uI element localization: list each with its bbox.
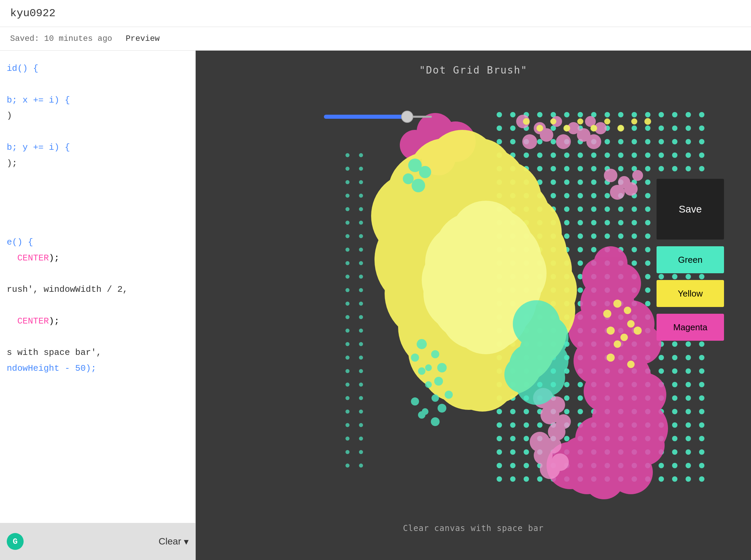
svg-point-85 <box>551 179 556 185</box>
svg-point-429 <box>658 463 664 468</box>
svg-point-1 <box>497 112 502 117</box>
svg-point-399 <box>686 436 691 441</box>
svg-point-448 <box>699 476 705 482</box>
svg-point-471 <box>345 450 350 454</box>
svg-point-612 <box>435 223 503 290</box>
svg-point-649 <box>631 118 637 124</box>
svg-point-430 <box>672 463 677 468</box>
svg-point-86 <box>564 179 570 185</box>
svg-point-461 <box>345 315 350 319</box>
svg-point-32 <box>699 125 705 131</box>
svg-point-7 <box>578 112 583 117</box>
svg-point-70 <box>564 166 570 172</box>
svg-point-59 <box>632 153 637 158</box>
svg-point-319 <box>686 368 691 374</box>
code-line: b; x += i) { <box>7 93 189 108</box>
svg-point-621 <box>528 359 565 396</box>
svg-point-72 <box>591 166 596 172</box>
svg-point-433 <box>497 476 502 482</box>
svg-point-643 <box>550 118 556 124</box>
svg-point-467 <box>345 396 350 400</box>
code-line <box>7 77 189 93</box>
svg-point-382 <box>672 422 677 428</box>
preview-tab[interactable]: Preview <box>125 34 160 43</box>
svg-point-370 <box>510 422 515 428</box>
svg-point-486 <box>359 328 363 333</box>
svg-point-401 <box>497 449 502 455</box>
svg-point-651 <box>613 300 621 308</box>
svg-point-630 <box>444 391 453 399</box>
svg-point-118 <box>564 206 570 212</box>
svg-point-479 <box>359 234 363 238</box>
svg-point-103 <box>578 193 583 198</box>
svg-point-167 <box>578 247 583 252</box>
green-color-button[interactable]: Green <box>656 246 724 273</box>
svg-point-654 <box>627 320 635 327</box>
svg-point-46 <box>672 139 677 144</box>
svg-point-459 <box>345 288 350 292</box>
svg-point-287 <box>686 341 691 347</box>
svg-point-152 <box>591 234 596 239</box>
svg-point-29 <box>658 125 664 131</box>
code-panel: id() { b; x += i) { ) b; y += i) { ); e(… <box>0 51 196 560</box>
svg-point-4 <box>537 112 542 117</box>
brush-size-slider[interactable] <box>324 115 432 119</box>
code-line <box>7 266 189 282</box>
svg-point-108 <box>645 193 650 198</box>
svg-point-480 <box>359 247 363 252</box>
svg-point-60 <box>645 153 650 158</box>
slider-thumb[interactable] <box>401 111 413 123</box>
svg-point-463 <box>345 342 350 346</box>
svg-point-45 <box>658 139 664 144</box>
svg-point-657 <box>634 326 642 335</box>
svg-point-188 <box>645 260 650 266</box>
svg-point-653 <box>603 310 611 318</box>
svg-point-472 <box>345 463 350 467</box>
svg-point-326 <box>564 382 570 387</box>
svg-point-646 <box>590 125 597 132</box>
slider-track[interactable] <box>324 115 412 119</box>
svg-point-474 <box>359 167 363 171</box>
svg-point-54 <box>564 153 570 158</box>
svg-point-151 <box>578 234 583 239</box>
svg-point-153 <box>605 234 610 239</box>
svg-point-470 <box>345 437 350 441</box>
svg-point-485 <box>359 315 363 319</box>
svg-point-639 <box>403 174 414 184</box>
svg-point-101 <box>551 193 556 198</box>
svg-point-535 <box>586 134 601 149</box>
svg-point-168 <box>591 247 596 252</box>
svg-point-481 <box>359 261 363 265</box>
code-line: ) <box>7 108 189 124</box>
svg-point-634 <box>411 397 419 405</box>
code-editor[interactable]: id() { b; x += i) { ) b; y += i) { ); e(… <box>0 51 195 523</box>
svg-point-418 <box>510 463 515 468</box>
svg-point-236 <box>645 301 650 306</box>
svg-point-640 <box>412 179 425 192</box>
slider-line-right <box>412 116 432 118</box>
svg-point-62 <box>672 153 677 158</box>
grammarly-icon[interactable]: G <box>7 533 24 550</box>
svg-point-457 <box>345 261 350 265</box>
svg-point-531 <box>556 134 571 149</box>
yellow-color-button[interactable]: Yellow <box>656 280 724 307</box>
svg-point-629 <box>425 381 432 388</box>
svg-point-9 <box>605 112 610 117</box>
svg-point-30 <box>672 125 677 131</box>
svg-point-183 <box>578 260 583 266</box>
magenta-color-button[interactable]: Magenta <box>656 314 724 341</box>
svg-point-469 <box>345 423 350 427</box>
svg-point-635 <box>418 411 426 419</box>
svg-point-644 <box>564 125 570 132</box>
svg-point-136 <box>591 220 596 225</box>
svg-point-435 <box>523 476 529 482</box>
svg-point-44 <box>645 139 650 144</box>
clear-button[interactable]: Clear ▾ <box>159 536 189 547</box>
svg-point-47 <box>686 139 691 144</box>
svg-point-156 <box>645 234 650 239</box>
svg-point-171 <box>632 247 637 252</box>
svg-point-460 <box>345 302 350 306</box>
color-palette-panel: Save Green Yellow Magenta <box>656 179 724 341</box>
svg-point-432 <box>699 463 705 468</box>
save-button[interactable]: Save <box>656 179 724 240</box>
